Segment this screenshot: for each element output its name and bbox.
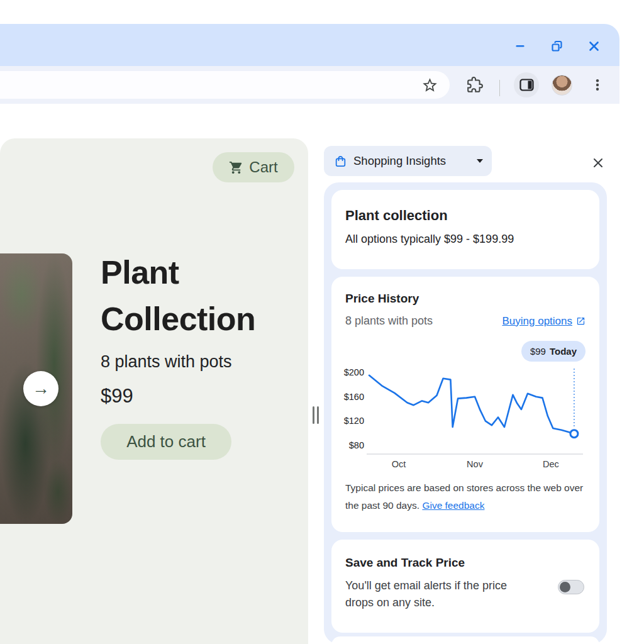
profile-avatar: [552, 75, 572, 96]
price-history-chart: $200$160$120$80OctNovDec: [336, 365, 591, 473]
svg-text:Nov: Nov: [467, 459, 484, 469]
side-panel-button[interactable]: [514, 72, 539, 97]
star-icon: [421, 77, 438, 94]
chart-caption: Typical prices are based on stores acros…: [345, 479, 593, 514]
track-body-line1: You'll get email alerts if the price: [345, 579, 507, 592]
panel-resize-handle[interactable]: [313, 406, 319, 424]
summary-card: Plant collection All options typically $…: [331, 190, 599, 269]
caption-line2: the past 90 days.: [345, 500, 419, 511]
extensions-button[interactable]: [462, 72, 487, 97]
chart-container: $200$160$120$80OctNovDec: [336, 365, 591, 473]
toolbar-separator: [499, 80, 500, 96]
shopping-bag-icon: [334, 155, 347, 168]
screenshot-root: Cart → Plant Collection 8 plants with po…: [0, 0, 644, 644]
puzzle-icon: [467, 77, 483, 93]
caption-line1: Typical prices are based on stores acros…: [345, 479, 593, 497]
browser-menu-button[interactable]: [585, 72, 610, 97]
next-card-edge: [331, 636, 599, 644]
address-bar[interactable]: [0, 71, 450, 99]
price-history-card: Price History 8 plants with pots Buying …: [331, 277, 599, 532]
cart-icon: [229, 160, 243, 175]
add-to-cart-button[interactable]: Add to cart: [101, 424, 231, 460]
kebab-menu-icon: [591, 78, 604, 92]
badge-label: Today: [550, 346, 577, 357]
next-image-button[interactable]: →: [23, 371, 58, 406]
close-window-button[interactable]: [583, 35, 604, 57]
minimize-button[interactable]: [509, 35, 531, 57]
give-feedback-link[interactable]: Give feedback: [422, 500, 484, 511]
add-to-cart-label: Add to cart: [126, 432, 206, 452]
svg-text:$200: $200: [344, 367, 364, 377]
restore-button[interactable]: [546, 35, 567, 57]
restore-icon: [551, 40, 563, 52]
track-price-card: Save and Track Price You'll get email al…: [331, 540, 599, 633]
close-icon: [588, 40, 600, 52]
svg-text:$80: $80: [349, 440, 364, 450]
arrow-right-icon: →: [32, 379, 50, 399]
cart-button-label: Cart: [249, 158, 277, 176]
price-history-title: Price History: [345, 292, 586, 306]
current-price-badge: $99 Today: [521, 341, 586, 362]
profile-button[interactable]: [549, 72, 574, 97]
panel-title: Shopping Insights: [353, 154, 470, 168]
product-price: $99: [101, 385, 133, 408]
panel-close-button[interactable]: [588, 153, 608, 173]
track-price-title: Save and Track Price: [345, 556, 586, 570]
product-subtitle: 8 plants with pots: [101, 352, 232, 372]
price-history-subtitle: 8 plants with pots: [345, 314, 433, 328]
track-price-body: You'll get email alerts if the price dro…: [345, 577, 534, 611]
badge-price: $99: [530, 346, 546, 357]
external-link-icon: [576, 316, 586, 326]
chevron-down-icon: [477, 159, 483, 163]
svg-text:$160: $160: [344, 392, 364, 402]
summary-subtitle: All options typically $99 - $199.99: [345, 233, 586, 246]
track-body-line2: drops on any site.: [345, 596, 435, 609]
product-title: Plant Collection: [101, 249, 255, 342]
buying-options-link[interactable]: Buying options: [502, 315, 572, 328]
svg-text:$120: $120: [344, 416, 364, 426]
close-icon: [592, 157, 604, 169]
summary-title: Plant collection: [345, 208, 586, 224]
window-titlebar: [0, 24, 619, 66]
side-panel-icon: [519, 79, 534, 92]
product-page: Cart → Plant Collection 8 plants with po…: [0, 138, 308, 644]
bookmark-button[interactable]: [417, 72, 442, 97]
cart-button[interactable]: Cart: [213, 152, 294, 182]
svg-text:Oct: Oct: [392, 459, 406, 469]
shopping-insights-panel: Plant collection All options typically $…: [324, 182, 607, 644]
price-history-subrow: 8 plants with pots Buying options: [345, 314, 586, 328]
browser-toolbar: [0, 66, 619, 104]
price-track-toggle[interactable]: [558, 580, 584, 594]
product-title-line1: Plant: [101, 249, 255, 296]
product-title-line2: Collection: [101, 296, 255, 342]
minimize-icon: [514, 40, 526, 52]
shopping-insights-dropdown[interactable]: Shopping Insights: [324, 146, 492, 176]
toggle-knob: [560, 582, 570, 592]
svg-text:Dec: Dec: [543, 459, 559, 469]
